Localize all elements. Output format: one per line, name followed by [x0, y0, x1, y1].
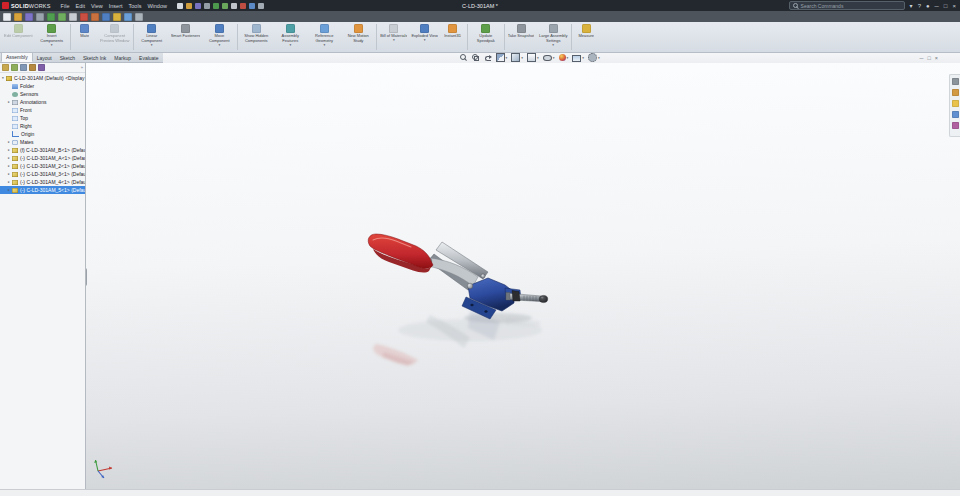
take-snapshot-button[interactable]: Take Snapshot [506, 22, 536, 52]
select-tool-icon[interactable] [69, 13, 77, 21]
ribbon-separator[interactable] [504, 24, 505, 50]
doc-close-icon[interactable]: × [935, 55, 938, 61]
undo-icon[interactable] [213, 3, 219, 9]
save-doc-icon[interactable] [25, 13, 33, 21]
rebuild-model-icon[interactable] [80, 13, 88, 21]
search-dropdown-icon[interactable]: ▾ [910, 3, 913, 9]
design-library-icon[interactable] [952, 89, 959, 96]
new-file-icon[interactable] [177, 3, 183, 9]
doc-restore-icon[interactable]: □ [927, 55, 930, 61]
configurationmanager-tab-icon[interactable] [20, 64, 27, 71]
ribbon-tab[interactable]: Markup [110, 53, 135, 62]
options-icon[interactable] [258, 3, 264, 9]
open-file-icon[interactable] [186, 3, 192, 9]
section-view-icon[interactable]: ▾ [496, 53, 508, 62]
save-icon[interactable] [195, 3, 201, 9]
show-hidden-components-button[interactable]: Show Hidden Components [239, 22, 273, 52]
tree-item[interactable]: ▸ (f) C-LD-301AM_B<1> (Default) [0, 146, 85, 154]
tree-item[interactable]: ▸ (-) C-LD-301AM_4<1> (Default) [0, 178, 85, 186]
open-doc-icon[interactable] [14, 13, 22, 21]
view-settings-icon[interactable]: ▾ [588, 53, 600, 62]
tree-item[interactable]: ▸ (-) C-LD-301AM_A<1> (Default) [0, 154, 85, 162]
minimize-icon[interactable]: ─ [935, 3, 939, 9]
spindle-tip[interactable] [539, 295, 547, 302]
display-style-icon[interactable]: ▾ [527, 53, 539, 62]
instant3d-button[interactable]: Instant3D [440, 22, 466, 52]
measure-toolbar-icon[interactable] [113, 13, 121, 21]
spindle-hex-nut[interactable] [512, 291, 520, 302]
hide-show-items-icon[interactable]: ▾ [543, 54, 555, 61]
update-speedpak-subassemblies-button[interactable]: Update Speedpak Subassemblies [469, 22, 503, 52]
insert-components-button[interactable]: Insert Components ▾ [35, 22, 69, 52]
menu-item[interactable]: Tools [129, 3, 142, 9]
move-component-button[interactable]: Move Component ▾ [202, 22, 236, 52]
assembly-features-button[interactable]: Assembly Features ▾ [273, 22, 307, 52]
tree-item[interactable]: ▸ (-) C-LD-301AM_3<1> (Default) [0, 170, 85, 178]
solidworks-resources-icon[interactable] [952, 78, 959, 85]
view-palette-icon[interactable] [952, 111, 959, 118]
edit-appearance-icon[interactable]: ▾ [559, 54, 569, 61]
tree-item[interactable]: Right [0, 122, 85, 130]
menu-item[interactable]: View [91, 3, 103, 9]
menu-item[interactable]: File [61, 3, 70, 9]
smart-fasteners-button[interactable]: Smart Fasteners [169, 22, 203, 52]
ribbon-separator[interactable] [376, 24, 377, 50]
graphics-viewport[interactable] [85, 63, 960, 490]
measure-button[interactable]: Measure [573, 22, 599, 52]
mate-button[interactable]: Mate [72, 22, 98, 52]
close-icon[interactable]: × [952, 3, 956, 9]
tree-item[interactable]: ▸ Mates [0, 138, 85, 146]
tree-item[interactable]: Folder [0, 82, 85, 90]
redo-icon[interactable] [222, 3, 228, 9]
apply-scene-icon[interactable]: ▾ [572, 54, 584, 62]
file-explorer-icon[interactable] [952, 100, 959, 107]
tree-item[interactable]: ▸ Annotations [0, 98, 85, 106]
exploded-view-button[interactable]: Exploded View ▾ [409, 22, 439, 52]
ribbon-separator[interactable] [133, 24, 134, 50]
ribbon-separator[interactable] [571, 24, 572, 50]
redo-action-icon[interactable] [58, 13, 66, 21]
tree-item[interactable]: ▾ C-LD-301AM (Default) <Display Stat [0, 74, 85, 82]
settings-toolbar-icon[interactable] [135, 13, 143, 21]
print-icon[interactable] [204, 3, 210, 9]
appearances-scenes-icon[interactable] [952, 122, 959, 129]
dimxpertmanager-tab-icon[interactable] [29, 64, 36, 71]
new-doc-icon[interactable] [3, 13, 11, 21]
ribbon-separator[interactable] [237, 24, 238, 50]
menu-item[interactable]: Window [147, 3, 167, 9]
panel-tabs-overflow-icon[interactable]: » [81, 65, 83, 70]
toggle-clamp-model[interactable] [368, 234, 547, 319]
rebuild-icon[interactable] [240, 3, 246, 9]
maximize-icon[interactable]: □ [944, 3, 948, 9]
edit-component-button[interactable]: Edit Component [2, 22, 35, 52]
reference-geometry-button[interactable]: Reference Geometry ▾ [307, 22, 341, 52]
propertymanager-tab-icon[interactable] [11, 64, 18, 71]
file-properties-icon[interactable] [249, 3, 255, 9]
zoom-to-area-icon[interactable] [472, 54, 480, 61]
section-toolbar-icon[interactable] [124, 13, 132, 21]
menu-item[interactable]: Insert [109, 3, 123, 9]
component-preview-window-button[interactable]: Component Preview Window [98, 22, 132, 52]
user-icon[interactable]: ● [926, 3, 930, 9]
tree-item[interactable]: Origin [0, 130, 85, 138]
new-motion-study-button[interactable]: New Motion Study [341, 22, 375, 52]
search-commands-box[interactable]: Search Commands [789, 1, 905, 10]
large-assembly-settings-button[interactable]: Large Assembly Settings ▾ [536, 22, 570, 52]
previous-view-icon[interactable] [484, 54, 492, 61]
ribbon-separator[interactable] [70, 24, 71, 50]
ribbon-tab[interactable]: Layout [33, 53, 56, 62]
tree-item[interactable]: ▸ (-) C-LD-301AM_5<1> (Default) [0, 186, 85, 194]
ribbon-separator[interactable] [467, 24, 468, 50]
ribbon-tab[interactable]: Sketch Ink [79, 53, 110, 62]
tree-item[interactable]: ▸ (-) C-LD-301AM_2<1> (Default) [0, 162, 85, 170]
linear-component-pattern-button[interactable]: Linear Component Pattern ▾ [135, 22, 169, 52]
help-icon[interactable]: ? [918, 3, 921, 9]
view-orientation-icon[interactable]: ▾ [511, 53, 523, 62]
bill-of-materials-button[interactable]: Bill of Materials ▾ [378, 22, 409, 52]
featuremanager-tab-icon[interactable] [2, 64, 9, 71]
menu-item[interactable]: Edit [75, 3, 84, 9]
displaymanager-tab-icon[interactable] [38, 64, 45, 71]
tree-item[interactable]: Sensors [0, 90, 85, 98]
doc-minimize-icon[interactable]: ─ [920, 55, 924, 61]
zoom-to-fit-icon[interactable] [460, 54, 468, 61]
